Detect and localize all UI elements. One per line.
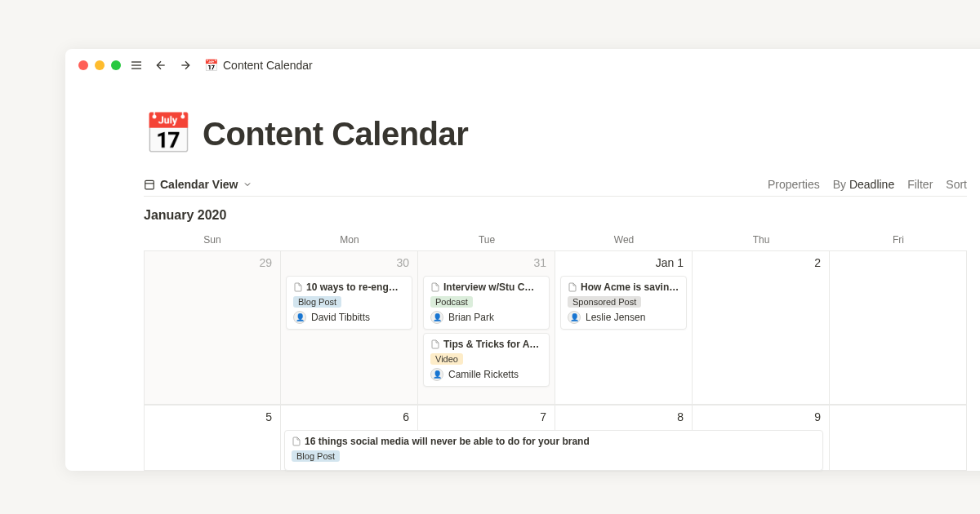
event-tag: Sponsored Post (568, 296, 641, 308)
avatar: 👤 (293, 311, 306, 324)
event-title-row: 10 ways to re-eng… (293, 281, 405, 293)
sort-by-button[interactable]: By Deadline (833, 178, 895, 191)
dayhead-tue: Tue (418, 229, 555, 250)
event-title-row: 16 things social media will never be abl… (292, 436, 816, 447)
event-card[interactable]: How Acme is savin… Sponsored Post 👤 Lesl… (560, 276, 687, 330)
event-title-row: Tips & Tricks for A… (430, 339, 542, 350)
event-card-spanning[interactable]: 16 things social media will never be abl… (284, 430, 823, 471)
event-title: 10 ways to re-eng… (306, 281, 399, 293)
maximize-window-button[interactable] (111, 60, 121, 70)
event-tag: Blog Post (293, 296, 341, 308)
calendar-week-1: 29 30 10 ways to re-eng… Blog Post 👤 Dav… (144, 250, 967, 405)
day-number: 8 (677, 410, 684, 423)
calendar-cell[interactable]: 30 10 ways to re-eng… Blog Post 👤 David … (281, 251, 418, 405)
calendar-cell[interactable]: 31 Interview w/Stu C… Podcast 👤 Brian Pa… (418, 251, 555, 405)
page-icon (568, 282, 577, 292)
calendar-cell[interactable]: 5 (144, 405, 281, 471)
forward-button[interactable] (176, 56, 194, 74)
day-number: 2 (814, 256, 821, 269)
breadcrumb-label: Content Calendar (223, 59, 313, 72)
page-title[interactable]: Content Calendar (203, 116, 468, 153)
calendar-view-icon (144, 179, 155, 190)
day-number: Jan 1 (656, 256, 684, 269)
dayhead-thu: Thu (693, 229, 830, 250)
titlebar: 📅 Content Calendar (65, 49, 980, 82)
event-assignee: 👤 David Tibbitts (293, 311, 405, 324)
event-title: How Acme is savin… (581, 281, 679, 293)
calendar-cell[interactable]: 6 16 things social media will never be a… (281, 405, 418, 471)
month-label: January 2020 (144, 197, 967, 229)
event-title: 16 things social media will never be abl… (305, 436, 590, 447)
event-tag: Podcast (430, 296, 473, 308)
view-label: Calendar View (160, 178, 238, 191)
page-icon (292, 436, 301, 446)
calendar-cell[interactable]: 2 (693, 251, 830, 405)
avatar: 👤 (430, 368, 443, 381)
traffic-lights (78, 60, 121, 70)
svg-rect-5 (145, 180, 154, 189)
calendar-cell[interactable] (830, 405, 967, 471)
dayhead-fri: Fri (830, 229, 967, 250)
filter-button[interactable]: Filter (907, 178, 933, 191)
avatar: 👤 (430, 311, 443, 324)
page-header: 📅 Content Calendar (144, 114, 967, 153)
chevron-down-icon (243, 179, 252, 189)
day-number: 5 (265, 410, 272, 423)
day-number: 31 (533, 256, 546, 269)
dayhead-sun: Sun (144, 229, 281, 250)
assignee-name: Leslie Jensen (586, 312, 645, 323)
event-card[interactable]: 10 ways to re-eng… Blog Post 👤 David Tib… (286, 276, 412, 330)
breadcrumb[interactable]: 📅 Content Calendar (204, 59, 313, 72)
event-card[interactable]: Interview w/Stu C… Podcast 👤 Brian Park (423, 276, 550, 330)
avatar: 👤 (568, 311, 581, 324)
day-number: 29 (259, 256, 272, 269)
back-button[interactable] (152, 56, 170, 74)
weekday-header: Sun Mon Tue Wed Thu Fri (144, 229, 967, 250)
event-assignee: 👤 Leslie Jensen (568, 311, 679, 324)
calendar-cell[interactable] (830, 251, 967, 405)
event-title-row: Interview w/Stu C… (430, 281, 542, 293)
calendar-cell[interactable]: Jan 1 How Acme is savin… Sponsored Post … (555, 251, 693, 405)
view-selector[interactable]: Calendar View (144, 178, 252, 191)
page-icon (430, 339, 440, 349)
sort-button[interactable]: Sort (946, 178, 967, 191)
day-number: 7 (540, 410, 546, 423)
dayhead-wed: Wed (555, 229, 693, 250)
assignee-name: Brian Park (448, 312, 494, 323)
sidebar-toggle-button[interactable] (127, 56, 145, 74)
event-card[interactable]: Tips & Tricks for A… Video 👤 Camille Ric… (423, 333, 550, 387)
page-emoji[interactable]: 📅 (144, 114, 193, 153)
day-number: 30 (396, 256, 409, 269)
app-window: 📅 Content Calendar 📅 Content Calendar Ca… (65, 49, 980, 471)
calendar-cell[interactable]: 29 (144, 251, 281, 405)
assignee-name: David Tibbitts (311, 312, 370, 323)
page-icon (293, 282, 303, 292)
view-bar: Calendar View Properties By Deadline Fil… (144, 173, 967, 197)
event-assignee: 👤 Brian Park (430, 311, 542, 324)
day-number: 9 (814, 410, 821, 423)
properties-button[interactable]: Properties (768, 178, 820, 191)
event-title: Interview w/Stu C… (443, 281, 534, 293)
calendar-week-2: 5 6 16 things social media will never be… (144, 405, 967, 471)
minimize-window-button[interactable] (95, 60, 105, 70)
view-controls: Properties By Deadline Filter Sort (768, 178, 967, 191)
calendar-icon: 📅 (204, 59, 218, 72)
event-tag: Blog Post (292, 450, 340, 462)
assignee-name: Camille Ricketts (448, 369, 519, 380)
page-icon (430, 282, 440, 292)
day-number: 6 (403, 410, 409, 423)
dayhead-mon: Mon (281, 229, 418, 250)
event-title-row: How Acme is savin… (568, 281, 679, 293)
event-title: Tips & Tricks for A… (443, 339, 539, 350)
close-window-button[interactable] (78, 60, 88, 70)
event-assignee: 👤 Camille Ricketts (430, 368, 542, 381)
event-tag: Video (430, 353, 463, 365)
page-content: 📅 Content Calendar Calendar View Propert… (65, 82, 980, 471)
